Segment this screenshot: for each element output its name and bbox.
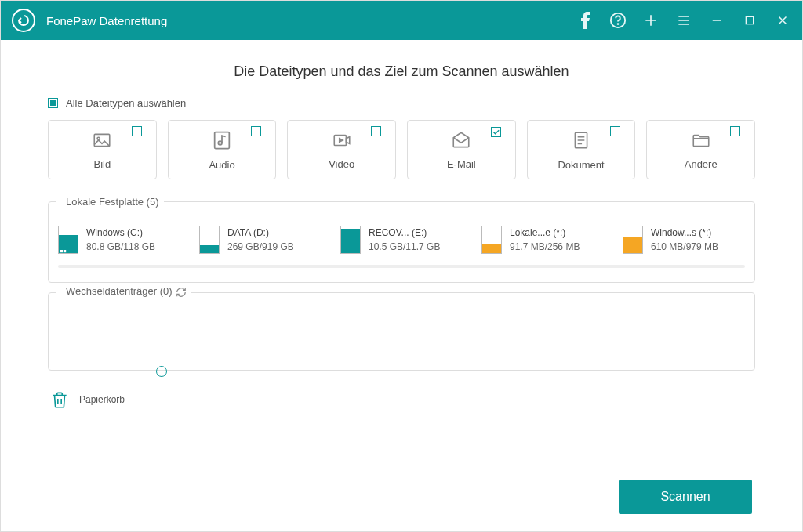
- select-all-label: Alle Dateitypen auswählen: [66, 97, 186, 109]
- drive-item[interactable]: RECOV... (E:)10.5 GB/11.7 GB: [340, 226, 474, 254]
- mail-icon: [449, 130, 473, 154]
- card-checkbox[interactable]: [730, 126, 740, 136]
- document-icon: [571, 129, 591, 154]
- card-checkbox[interactable]: [371, 126, 381, 136]
- svg-rect-10: [64, 250, 66, 252]
- titlebar: FonePaw Datenrettung: [1, 1, 802, 40]
- image-icon: [90, 130, 114, 154]
- drive-info: RECOV... (E:)10.5 GB/11.7 GB: [369, 227, 440, 252]
- drive-item[interactable]: Lokale...e (*:)91.7 MB/256 MB: [481, 226, 615, 254]
- drive-info: Lokale...e (*:)91.7 MB/256 MB: [510, 227, 580, 252]
- card-checkbox[interactable]: [610, 126, 620, 136]
- removable-drives-label: Wechseldatenträger (0): [61, 285, 173, 297]
- close-icon[interactable]: [774, 12, 791, 29]
- filetype-card-mail[interactable]: E-Mail: [407, 120, 516, 179]
- app-title: FonePaw Datenrettung: [46, 14, 167, 27]
- folder-icon: [689, 130, 713, 154]
- menu-icon[interactable]: [675, 12, 692, 29]
- drive-info: Window...s (*:)610 MB/979 MB: [651, 227, 718, 252]
- filetype-card-document[interactable]: Dokument: [527, 120, 636, 179]
- help-icon[interactable]: [609, 12, 627, 29]
- page-heading: Die Dateitypen und das Ziel zum Scannen …: [48, 63, 755, 80]
- removable-drives-section: Wechseldatenträger (0): [48, 292, 755, 371]
- audio-icon: [211, 129, 233, 154]
- recycle-radio[interactable]: [156, 366, 167, 377]
- svg-rect-11: [60, 253, 63, 254]
- svg-rect-12: [64, 253, 66, 254]
- refresh-icon[interactable]: [176, 287, 187, 298]
- footer: Scannen: [619, 480, 755, 514]
- select-all-checkbox[interactable]: [48, 98, 58, 108]
- drive-icon: [58, 226, 78, 254]
- recycle-label: Papierkorb: [79, 394, 125, 405]
- filetype-grid: BildAudioVideoE-MailDokumentAndere: [48, 120, 755, 179]
- drive-icon: [340, 226, 361, 254]
- svg-rect-2: [746, 16, 753, 24]
- drive-item[interactable]: DATA (D:)269 GB/919 GB: [199, 226, 332, 254]
- card-checkbox[interactable]: [491, 127, 501, 137]
- drive-icon: [199, 226, 220, 254]
- app-window: FonePaw Datenrettung Die Dateitypen und …: [0, 0, 803, 532]
- app-logo-icon: [12, 9, 35, 32]
- drive-info: Windows (C:)80.8 GB/118 GB: [86, 227, 155, 252]
- drive-item[interactable]: Windows (C:)80.8 GB/118 GB: [58, 226, 191, 254]
- recycle-row: Papierkorb: [48, 388, 755, 411]
- minimize-icon[interactable]: [708, 12, 725, 29]
- card-label: Video: [329, 158, 354, 170]
- main-content: Die Dateitypen und das Ziel zum Scannen …: [1, 40, 802, 531]
- drives-row: Windows (C:)80.8 GB/118 GBDATA (D:)269 G…: [58, 226, 745, 254]
- select-all-row[interactable]: Alle Dateitypen auswählen: [48, 97, 755, 109]
- svg-point-1: [618, 24, 619, 24]
- drive-info: DATA (D:)269 GB/919 GB: [227, 227, 294, 252]
- card-label: Bild: [93, 158, 111, 170]
- filetype-card-image[interactable]: Bild: [48, 120, 157, 179]
- filetype-card-video[interactable]: Video: [287, 120, 396, 179]
- titlebar-actions: [576, 12, 791, 29]
- card-checkbox[interactable]: [251, 126, 261, 136]
- card-label: Dokument: [558, 159, 604, 171]
- trash-icon: [48, 388, 71, 411]
- drive-icon: [623, 226, 643, 254]
- local-drives-section: Lokale Festplatte (5) Windows (C:)80.8 G…: [48, 201, 755, 283]
- filetype-card-folder[interactable]: Andere: [646, 120, 755, 179]
- video-icon: [330, 130, 354, 154]
- card-label: Audio: [209, 159, 234, 171]
- card-label: Andere: [685, 158, 718, 170]
- scan-button[interactable]: Scannen: [619, 480, 752, 514]
- plus-icon[interactable]: [642, 12, 659, 29]
- facebook-icon[interactable]: [576, 12, 594, 29]
- drive-item[interactable]: Window...s (*:)610 MB/979 MB: [623, 226, 745, 254]
- card-label: E-Mail: [447, 158, 476, 170]
- card-checkbox[interactable]: [132, 126, 142, 136]
- local-drives-label: Lokale Festplatte (5): [61, 196, 159, 208]
- svg-rect-9: [60, 250, 63, 252]
- recycle-bin-item[interactable]: Papierkorb: [48, 388, 181, 411]
- drives-scrollbar[interactable]: [58, 265, 745, 268]
- drive-icon: [481, 226, 502, 254]
- maximize-icon[interactable]: [741, 12, 758, 29]
- filetype-card-audio[interactable]: Audio: [168, 120, 277, 179]
